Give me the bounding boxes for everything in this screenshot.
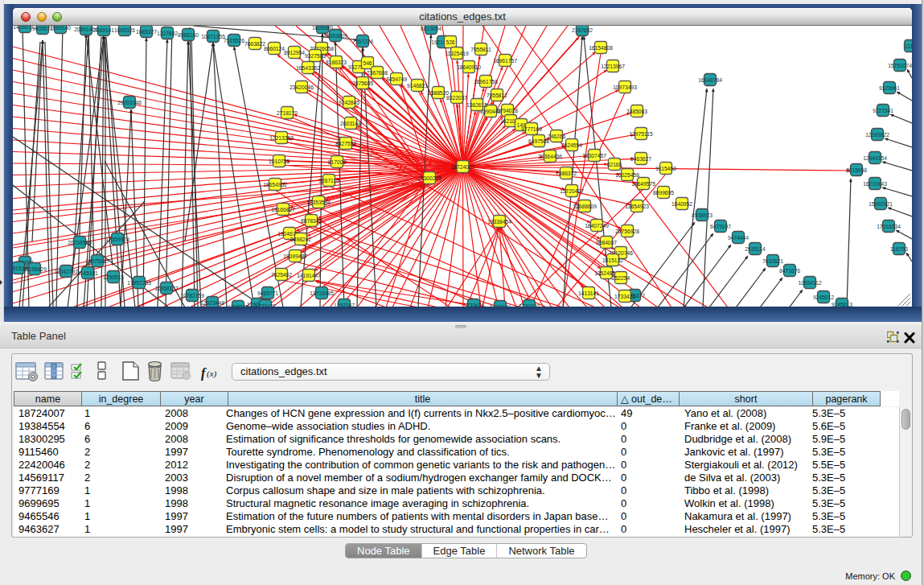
svg-text:8186323: 8186323 <box>326 60 347 65</box>
svg-text:16210643: 16210643 <box>863 181 887 187</box>
svg-text:9084007: 9084007 <box>596 240 617 245</box>
svg-text:15720407: 15720407 <box>560 188 584 194</box>
svg-text:7515526: 7515526 <box>224 38 244 43</box>
svg-text:7955812: 7955812 <box>487 93 507 98</box>
svg-text:19338454: 19338454 <box>487 219 511 225</box>
svg-text:7357224: 7357224 <box>352 39 373 44</box>
svg-text:13654923: 13654923 <box>625 204 649 209</box>
svg-text:1250515: 1250515 <box>103 274 124 280</box>
svg-text:546: 546 <box>363 60 372 66</box>
svg-text:8878342: 8878342 <box>301 218 322 224</box>
svg-text:1085326: 1085326 <box>114 27 135 33</box>
svg-text:1010755: 1010755 <box>269 159 290 164</box>
svg-text:1362615: 1362615 <box>466 102 487 108</box>
svg-text:17359924: 17359924 <box>105 237 129 242</box>
svg-text:10307457: 10307457 <box>582 153 606 159</box>
svg-text:15751074: 15751074 <box>888 63 912 68</box>
svg-text:1117: 1117 <box>905 43 912 49</box>
svg-text:10654112: 10654112 <box>798 280 822 286</box>
svg-text:12342797: 12342797 <box>54 269 78 274</box>
svg-text:7485063: 7485063 <box>626 109 647 114</box>
svg-text:16053809: 16053809 <box>323 33 347 39</box>
svg-text:29053346: 29053346 <box>117 100 142 105</box>
svg-text:16961758: 16961758 <box>474 79 498 84</box>
svg-text:8699695: 8699695 <box>653 190 674 196</box>
svg-text:1733427: 1733427 <box>255 303 276 307</box>
svg-text:8215958: 8215958 <box>846 167 867 173</box>
svg-text:3875685: 3875685 <box>352 80 373 86</box>
svg-text:9245012: 9245012 <box>813 295 834 300</box>
svg-text:7886372: 7886372 <box>556 171 577 176</box>
svg-text:8322037: 8322037 <box>446 95 467 101</box>
svg-text:14191447: 14191447 <box>297 273 321 278</box>
svg-text:526: 526 <box>446 39 454 45</box>
svg-text:8813054: 8813054 <box>421 26 441 31</box>
svg-text:9115460: 9115460 <box>655 166 676 171</box>
svg-text:1733426: 1733426 <box>614 294 635 299</box>
svg-text:8912954: 8912954 <box>284 50 305 56</box>
svg-text:1292347: 1292347 <box>334 303 355 307</box>
svg-text:2069140: 2069140 <box>50 26 71 31</box>
svg-text:1085327: 1085327 <box>136 29 157 35</box>
svg-text:1733430: 1733430 <box>519 303 540 307</box>
svg-text:2367608: 2367608 <box>367 70 388 76</box>
svg-text:2187682: 2187682 <box>572 27 593 33</box>
svg-text:2935114: 2935114 <box>745 246 766 252</box>
svg-text:6794028: 6794028 <box>497 108 518 113</box>
svg-text:12923448: 12923448 <box>200 300 224 306</box>
svg-text:9146821: 9146821 <box>407 83 428 89</box>
svg-text:252254: 252254 <box>612 275 630 281</box>
svg-text:18407249: 18407249 <box>585 223 609 229</box>
svg-text:3624554: 3624554 <box>561 142 582 148</box>
svg-text:10025458: 10025458 <box>615 172 639 178</box>
svg-text:11325419: 11325419 <box>445 51 469 56</box>
svg-text:23420046: 23420046 <box>290 84 314 90</box>
svg-text:8938923: 8938923 <box>692 212 713 218</box>
svg-text:10688609: 10688609 <box>573 204 597 209</box>
svg-text:1413141: 1413141 <box>578 290 599 296</box>
svg-text:(x): (x) <box>207 369 217 379</box>
svg-text:12353594: 12353594 <box>306 200 331 205</box>
svg-text:1145191: 1145191 <box>77 270 98 276</box>
svg-text:62160: 62160 <box>607 162 622 167</box>
svg-text:3498242: 3498242 <box>290 237 311 242</box>
svg-text:9227341: 9227341 <box>873 108 893 113</box>
svg-text:20756928: 20756928 <box>615 229 639 234</box>
svg-text:14649575: 14649575 <box>631 181 655 187</box>
svg-text:9327503: 9327503 <box>305 53 326 59</box>
svg-text:9242845: 9242845 <box>339 100 359 105</box>
svg-text:17957253: 17957253 <box>127 280 151 286</box>
svg-text:7663822: 7663822 <box>244 41 265 47</box>
svg-text:19575887: 19575887 <box>85 258 109 264</box>
svg-text:8454749: 8454749 <box>386 76 407 82</box>
svg-text:9329961: 9329961 <box>879 85 900 91</box>
svg-text:1615132: 1615132 <box>602 257 623 263</box>
svg-text:12213967: 12213967 <box>601 64 625 69</box>
svg-text:8966160: 8966160 <box>178 32 199 38</box>
svg-text:18724007: 18724007 <box>451 164 475 170</box>
svg-text:9474444: 9474444 <box>728 235 749 241</box>
svg-text:1733429: 1733429 <box>490 304 511 307</box>
svg-text:19166827: 19166827 <box>271 207 295 212</box>
svg-text:8660124: 8660124 <box>264 46 285 51</box>
svg-text:9245013: 9245013 <box>832 302 852 307</box>
svg-text:19099487: 19099487 <box>283 253 307 259</box>
svg-text:f: f <box>201 366 207 381</box>
svg-text:16648784: 16648784 <box>698 77 722 83</box>
svg-text:7955811: 7955811 <box>470 47 491 52</box>
svg-text:1640952: 1640952 <box>671 201 692 207</box>
svg-text:16543362: 16543362 <box>296 65 320 71</box>
svg-text:9465771: 9465771 <box>257 290 278 296</box>
svg-text:16154808: 16154808 <box>589 45 613 51</box>
svg-text:12213363: 12213363 <box>269 135 294 141</box>
svg-text:9777169: 9777169 <box>521 126 542 132</box>
svg-text:1327602: 1327602 <box>157 31 178 36</box>
svg-text:18640910: 18640910 <box>457 64 481 70</box>
svg-text:8427552: 8427552 <box>335 141 356 146</box>
svg-text:10973493: 10973493 <box>613 84 637 90</box>
svg-text:9463627: 9463627 <box>630 156 651 162</box>
svg-text:10671355: 10671355 <box>201 34 225 39</box>
svg-text:8471676: 8471676 <box>779 268 800 274</box>
svg-text:3267110: 3267110 <box>318 178 339 183</box>
svg-text:20364436: 20364436 <box>538 154 562 159</box>
